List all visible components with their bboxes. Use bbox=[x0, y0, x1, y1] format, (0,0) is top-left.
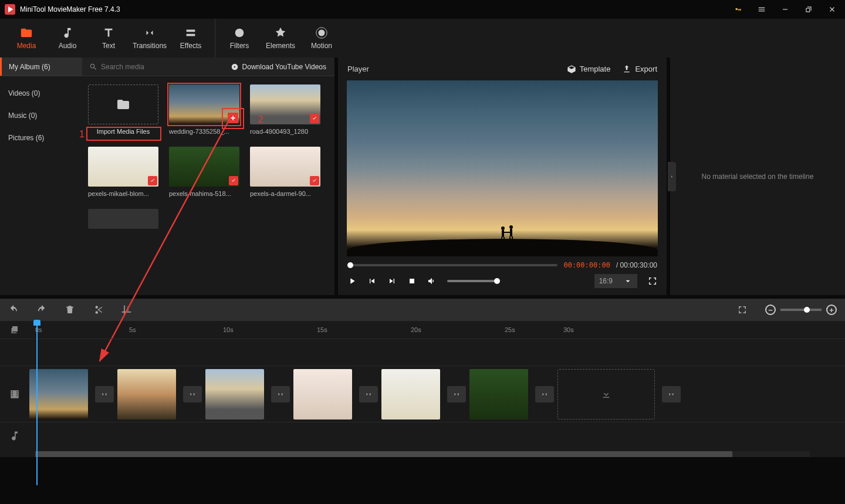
nav-text[interactable]: Text bbox=[88, 19, 129, 57]
close-button[interactable] bbox=[824, 1, 840, 18]
nav-transitions[interactable]: Transitions bbox=[129, 19, 170, 57]
checkmark-icon bbox=[148, 176, 157, 185]
transition-slot[interactable] bbox=[95, 386, 114, 402]
video-track[interactable] bbox=[0, 366, 845, 422]
maximize-button[interactable] bbox=[800, 1, 817, 18]
search-input[interactable] bbox=[101, 63, 171, 71]
redo-button[interactable] bbox=[36, 305, 47, 315]
nav-audio[interactable]: Audio bbox=[47, 19, 88, 57]
nav-filters[interactable]: Filters bbox=[219, 19, 260, 57]
clip[interactable] bbox=[117, 369, 202, 420]
fullscreen-button[interactable] bbox=[648, 276, 657, 286]
clip[interactable] bbox=[381, 369, 466, 420]
aspect-ratio-select[interactable]: 16:9 bbox=[594, 274, 637, 288]
prev-frame-button[interactable] bbox=[367, 276, 377, 286]
svg-rect-6 bbox=[503, 237, 505, 243]
video-track-icon bbox=[9, 388, 21, 400]
video-preview[interactable] bbox=[347, 80, 658, 256]
split-button[interactable] bbox=[93, 305, 103, 315]
clip[interactable] bbox=[205, 369, 290, 420]
transition-slot[interactable] bbox=[183, 386, 202, 402]
download-icon bbox=[601, 389, 611, 400]
hamburger-menu-icon[interactable] bbox=[753, 1, 770, 18]
nav-motion[interactable]: Motion bbox=[301, 19, 342, 57]
time-duration: 00:00:30:00 bbox=[620, 261, 657, 269]
template-button[interactable]: Template bbox=[567, 65, 611, 74]
export-button[interactable]: Export bbox=[622, 65, 657, 74]
app-icon bbox=[5, 4, 15, 15]
sidebar-item-music[interactable]: Music (0) bbox=[0, 104, 82, 127]
premium-key-icon[interactable] bbox=[730, 1, 746, 18]
clip[interactable] bbox=[293, 369, 378, 420]
import-media-tile[interactable]: Import Media Files bbox=[88, 84, 158, 135]
collapse-handle[interactable] bbox=[668, 162, 676, 191]
volume-slider[interactable] bbox=[447, 280, 500, 282]
album-label[interactable]: My Album (6) bbox=[0, 57, 82, 76]
zoom-in-button[interactable]: + bbox=[826, 305, 837, 315]
svg-rect-9 bbox=[509, 236, 511, 243]
drop-slot[interactable] bbox=[557, 369, 681, 420]
checkmark-icon bbox=[229, 176, 238, 185]
delete-button[interactable] bbox=[65, 305, 75, 315]
clip[interactable] bbox=[469, 369, 554, 420]
timeline: − + 0s 5s 10s 15s 20s 25s 30s bbox=[0, 299, 845, 457]
zoom-slider[interactable] bbox=[780, 309, 822, 311]
add-track-icon[interactable] bbox=[11, 324, 21, 335]
timeline-ruler[interactable]: 0s 5s 10s 15s 20s 25s 30s bbox=[0, 321, 845, 339]
transition-slot[interactable] bbox=[662, 386, 681, 402]
properties-panel: No material selected on the timeline bbox=[670, 57, 845, 295]
checkmark-icon bbox=[310, 114, 319, 123]
audio-track-icon bbox=[9, 430, 21, 442]
audio-track[interactable] bbox=[0, 422, 845, 449]
media-tile[interactable]: road-4900493_1280 bbox=[250, 84, 320, 135]
checkmark-icon bbox=[310, 176, 319, 185]
media-tile[interactable]: pexels-mikael-blom... bbox=[88, 147, 158, 197]
timeline-toolbar: − + bbox=[0, 299, 845, 321]
clip[interactable] bbox=[29, 369, 114, 420]
top-nav: Media Audio Text Transitions Effects Fil… bbox=[0, 19, 845, 57]
next-frame-button[interactable] bbox=[387, 276, 397, 286]
auto-fit-button[interactable] bbox=[737, 305, 748, 315]
volume-icon[interactable] bbox=[427, 276, 437, 286]
titlebar: MiniTool MovieMaker Free 7.4.3 bbox=[0, 0, 845, 19]
transition-slot[interactable] bbox=[359, 386, 378, 402]
app-title: MiniTool MovieMaker Free 7.4.3 bbox=[20, 5, 120, 13]
undo-button[interactable] bbox=[8, 305, 19, 315]
people-silhouette bbox=[496, 222, 519, 246]
text-track[interactable] bbox=[0, 339, 845, 366]
media-grid: Import Media Files + wedding-7335258_...… bbox=[82, 76, 334, 295]
media-panel: My Album (6) Download YouTube Videos Vid… bbox=[0, 57, 334, 295]
media-tile[interactable]: + wedding-7335258_... bbox=[169, 84, 239, 135]
transition-slot[interactable] bbox=[535, 386, 554, 402]
annotation-1: 1 bbox=[79, 129, 84, 140]
player-title: Player bbox=[347, 65, 369, 73]
annotation-2: 2 bbox=[258, 114, 263, 125]
svg-point-1 bbox=[319, 30, 325, 36]
minimize-button[interactable] bbox=[777, 1, 793, 18]
search-icon bbox=[89, 63, 97, 71]
media-tile[interactable]: pexels-a-darmel-90... bbox=[250, 147, 320, 197]
nav-elements[interactable]: Elements bbox=[260, 19, 301, 57]
nav-effects[interactable]: Effects bbox=[170, 19, 211, 57]
zoom-out-button[interactable]: − bbox=[765, 305, 776, 315]
play-button[interactable] bbox=[347, 276, 357, 286]
no-selection-message: No material selected on the timeline bbox=[702, 172, 814, 181]
stop-button[interactable] bbox=[407, 276, 417, 286]
svg-rect-11 bbox=[504, 232, 510, 233]
sidebar-item-videos[interactable]: Videos (0) bbox=[0, 82, 82, 104]
sidebar-item-pictures[interactable]: Pictures (6) bbox=[0, 127, 82, 149]
playhead[interactable] bbox=[36, 321, 38, 485]
timeline-scrollbar[interactable] bbox=[35, 451, 810, 457]
time-current: 00:00:00:00 bbox=[563, 261, 610, 269]
media-tile[interactable] bbox=[88, 209, 158, 229]
transition-slot[interactable] bbox=[447, 386, 466, 402]
media-tile[interactable]: pexels-mahima-518... bbox=[169, 147, 239, 197]
transition-slot[interactable] bbox=[271, 386, 290, 402]
svg-rect-5 bbox=[501, 237, 502, 243]
download-youtube-link[interactable]: Download YouTube Videos bbox=[231, 63, 326, 71]
svg-rect-8 bbox=[510, 229, 512, 236]
crop-button[interactable] bbox=[121, 305, 131, 315]
nav-media[interactable]: Media bbox=[6, 19, 47, 57]
media-sidebar: Videos (0) Music (0) Pictures (6) bbox=[0, 76, 82, 295]
seek-bar[interactable] bbox=[347, 264, 557, 266]
